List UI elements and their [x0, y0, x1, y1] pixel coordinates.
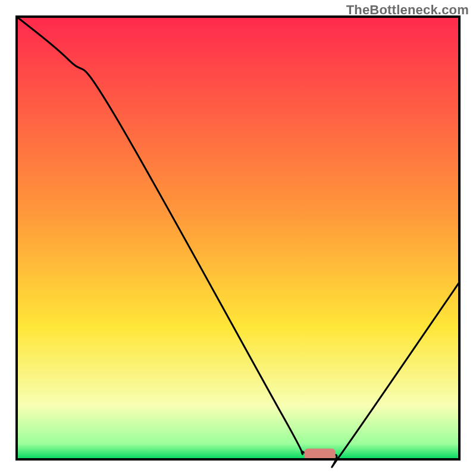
- bottleneck-chart: TheBottleneck.com: [0, 0, 476, 476]
- chart-svg: [0, 0, 476, 476]
- optimal-marker: [305, 449, 336, 460]
- plot-background: [17, 17, 459, 459]
- watermark-text: TheBottleneck.com: [346, 2, 469, 18]
